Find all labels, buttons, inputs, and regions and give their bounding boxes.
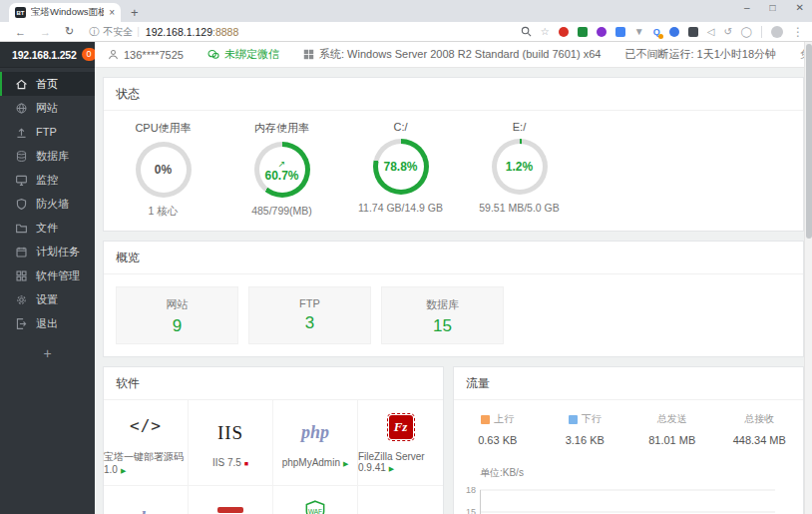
extension-icon[interactable]: ▼ — [634, 26, 644, 37]
page-scrollbar[interactable] — [804, 42, 812, 514]
calendar-icon — [15, 246, 28, 258]
release-memory-icon[interactable] — [278, 157, 286, 169]
software-item-redis[interactable]: redis 1.0 — [189, 486, 273, 514]
wechat-bind-link[interactable]: 未绑定微信 — [207, 47, 279, 62]
sidebar-item-logout[interactable]: 退出 — [0, 311, 95, 335]
scrollbar-thumb[interactable] — [806, 44, 812, 239]
sidebar-item-files[interactable]: 文件 — [0, 216, 95, 240]
software-item-filezilla[interactable]: Fz FileZilla Server 0.9.41 — [358, 400, 443, 486]
sidebar-item-label: 防火墙 — [36, 197, 69, 212]
software-item-iis[interactable]: IIS IIS 7.5 — [189, 400, 273, 486]
gauge-cpu: CPU使用率 0% 1 核心 — [104, 121, 222, 219]
software-item-waf[interactable]: WAF 宝塔IIS防火墙 1.0 — [273, 486, 358, 514]
main-content: 状态 CPU使用率 0% 1 核心 内存使用率 60.7% 485/799(MB… — [95, 68, 812, 514]
gauge-disk-c: C:/ 78.8% 11.74 GB/14.9 GB — [341, 121, 460, 219]
gauge-ring: 60.7% — [254, 142, 310, 198]
sidebar-item-cron[interactable]: 计划任务 — [0, 240, 95, 263]
sidebar-item-monitor[interactable]: 监控 — [0, 168, 95, 192]
user-phone: 136****7525 — [124, 49, 184, 61]
extension-icon[interactable] — [688, 27, 698, 37]
software-panel: 软件 </> 宝塔一键部署源码 1.0 IIS IIS 7.5 php phpM — [103, 366, 444, 514]
sidebar-item-settings[interactable]: 设置 — [0, 287, 95, 311]
profile-avatar[interactable] — [771, 26, 783, 38]
sidebar-item-database[interactable]: 数据库 — [0, 144, 95, 168]
card-value: 15 — [382, 316, 503, 336]
site-favicon: BT — [15, 7, 26, 18]
software-item-phpmyadmin[interactable]: php phpMyAdmin — [273, 400, 358, 486]
server-header[interactable]: 192.168.1.252 0 — [0, 42, 95, 68]
window-close-button[interactable]: ✕ — [796, 2, 804, 13]
user-info[interactable]: 136****7525 — [108, 49, 184, 61]
folder-icon — [15, 222, 28, 235]
wechat-bind-label: 未绑定微信 — [224, 47, 279, 62]
browser-tab[interactable]: BT 宝塔Windows面板 × — [9, 3, 121, 22]
extension-icon[interactable] — [597, 27, 607, 37]
card-label: FTP — [249, 297, 370, 309]
back-icon[interactable]: ← — [15, 26, 26, 38]
browser-menu-icon[interactable]: ⋮ — [792, 25, 804, 39]
extension-icon[interactable]: Q — [653, 27, 660, 37]
gauge-ring: 1.2% — [492, 139, 548, 195]
stat-value: 0.63 KB — [454, 434, 542, 446]
sidebar-item-website[interactable]: 网站 — [0, 96, 95, 120]
address-bar: ← → ↻ ⓘ 不安全 | 192.168.1.129:8888 ☆ ▼ Q ◁… — [0, 22, 812, 42]
tab-close-icon[interactable]: × — [109, 7, 115, 18]
sidebar-item-ftp[interactable]: FTP — [0, 120, 95, 144]
stat-value: 448.34 MB — [716, 434, 804, 446]
chart-unit-label: 单位:KB/s — [480, 466, 795, 480]
database-icon — [15, 150, 28, 163]
extension-icon[interactable] — [669, 27, 679, 37]
add-server-button[interactable]: + — [0, 335, 95, 371]
info-icon[interactable]: ⓘ — [89, 25, 99, 39]
extension-icon[interactable]: ◯ — [741, 26, 752, 37]
gauge-percent: 1.2% — [506, 160, 533, 174]
system-info: 系统: Windows Server 2008 R2 Standard (bui… — [303, 47, 601, 62]
sidebar-item-firewall[interactable]: 防火墙 — [0, 192, 95, 216]
window-minimize-button[interactable]: – — [744, 2, 750, 13]
extension-icon[interactable] — [578, 27, 588, 37]
traffic-stat-received: 总接收 448.34 MB — [716, 412, 804, 446]
sidebar-item-home[interactable]: 首页 — [0, 72, 95, 96]
security-label: 不安全 — [103, 25, 133, 39]
sidebar-item-software[interactable]: 软件管理 — [0, 263, 95, 287]
gauge-percent: 60.7% — [264, 169, 298, 183]
gauge-memory: 内存使用率 60.7% 485/799(MB) — [222, 121, 341, 219]
new-tab-button[interactable]: + — [131, 3, 139, 22]
zoom-icon[interactable] — [521, 26, 532, 37]
software-item-deploy[interactable]: </> 宝塔一键部署源码 1.0 — [104, 400, 189, 486]
forward-icon[interactable]: → — [40, 26, 51, 38]
url-text[interactable]: 192.168.1.129:8888 — [146, 26, 238, 38]
shield-icon — [15, 198, 28, 211]
overview-card-ftp[interactable]: FTP 3 — [248, 286, 371, 344]
traffic-chart: 1815129630 — [480, 484, 795, 514]
running-status-icon — [340, 457, 348, 468]
extension-icon[interactable] — [615, 27, 625, 37]
wechat-icon — [207, 49, 219, 60]
sidebar-item-label: 计划任务 — [36, 245, 80, 259]
sidebar-item-label: 首页 — [36, 77, 58, 92]
logout-icon — [15, 317, 28, 330]
extension-icon[interactable]: ◁ — [707, 26, 715, 37]
overview-panel: 概览 网站 9 FTP 3 数据库 15 — [103, 241, 804, 357]
overview-card-website[interactable]: 网站 9 — [116, 286, 238, 344]
extension-icon[interactable]: ↺ — [723, 26, 731, 37]
overview-card-database[interactable]: 数据库 15 — [381, 286, 504, 344]
url-divider: | — [137, 26, 140, 37]
monitor-icon — [15, 174, 28, 187]
windows-icon — [303, 49, 314, 60]
running-status-icon — [386, 462, 394, 473]
reload-icon[interactable]: ↻ — [65, 25, 74, 38]
extension-icon[interactable] — [559, 27, 569, 37]
traffic-stat-down: 下行 3.16 KB — [542, 412, 629, 446]
sidebar-item-label: 文件 — [36, 221, 58, 236]
window-maximize-button[interactable]: □ — [770, 2, 776, 13]
status-panel: 状态 CPU使用率 0% 1 核心 内存使用率 60.7% 485/799(MB… — [103, 77, 804, 232]
bookmark-star-icon[interactable]: ☆ — [541, 26, 550, 37]
sidebar: 192.168.1.252 0 首页 网站 FTP 数据库 监控 — [0, 42, 95, 514]
software-panel-title: 软件 — [104, 367, 443, 400]
software-item-php52[interactable]: php PHP-5.2 — [104, 486, 189, 514]
card-label: 数据库 — [382, 297, 503, 312]
gauge-label: E:/ — [460, 121, 579, 133]
running-status-icon — [118, 464, 126, 475]
php-icon: php — [132, 504, 160, 514]
